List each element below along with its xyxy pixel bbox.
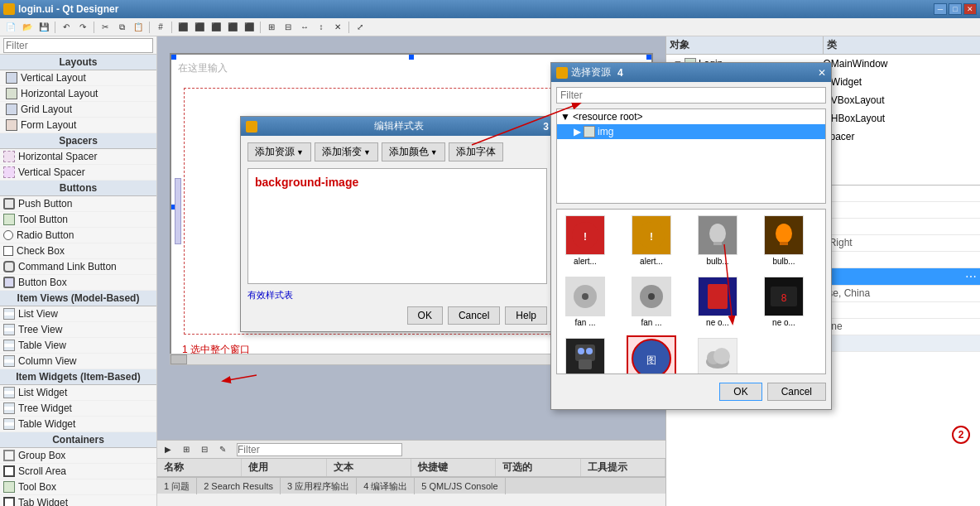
widget-item-v-spacer[interactable]: Vertical Spacer [0, 165, 156, 181]
close-button[interactable]: ✕ [963, 3, 977, 15]
style-ok-btn[interactable]: OK [407, 306, 443, 325]
resource-item-9[interactable]: 图 xiao... [627, 335, 676, 374]
add-gradient-btn[interactable]: 添加渐变 ▼ [315, 142, 378, 161]
cut-button[interactable]: ✂ [98, 20, 113, 35]
style-dialog-body: 添加资源 ▼ 添加渐变 ▼ 添加颜色 ▼ 添加字体 background-ima… [241, 136, 554, 331]
resource-selector-dialog[interactable]: 选择资源 4 ✕ ▼ <resource root> ▶ img [550, 62, 832, 410]
widget-item-button-box[interactable]: Button Box [0, 275, 156, 291]
tab-search-results[interactable]: 2 Search Results [197, 478, 281, 494]
break-layout-button[interactable]: ✕ [330, 20, 345, 35]
resource-item-7[interactable]: 8 ne o... [759, 274, 809, 332]
tab-problems[interactable]: 1 问题 [157, 478, 197, 494]
resource-item-4[interactable]: fan ... [560, 274, 610, 332]
widget-item-list-widget[interactable]: List Widget [0, 385, 156, 401]
align-top-button[interactable]: ⬛ [225, 20, 240, 35]
widget-item-grid-layout[interactable]: Grid Layout [0, 102, 156, 118]
resource-item-2[interactable]: bulb... [693, 213, 742, 271]
style-editor-dialog[interactable]: 编辑样式表 3 添加资源 ▼ 添加渐变 ▼ 添加颜色 ▼ 添加字体 [240, 116, 555, 332]
action-button-4[interactable]: ✎ [215, 442, 230, 457]
new-button[interactable]: 📄 [3, 20, 18, 35]
tool-box-icon [3, 481, 15, 493]
tab-qml-console[interactable]: 5 QML/JS Console [415, 478, 505, 494]
widget-item-horizontal-layout[interactable]: Horizontal Layout [0, 86, 156, 102]
widget-item-command-link[interactable]: Command Link Button [0, 259, 156, 275]
resource-close-btn[interactable]: ✕ [818, 67, 826, 79]
save-button[interactable]: 💾 [36, 20, 51, 35]
widget-item-tool-box[interactable]: Tool Box [0, 479, 156, 495]
action-button-2[interactable]: ⊞ [179, 442, 194, 457]
widget-item-tree-widget[interactable]: Tree Widget [0, 401, 156, 417]
widget-item-table-widget[interactable]: Table Widget [0, 417, 156, 432]
resource-tree-img[interactable]: ▶ img [557, 124, 825, 139]
widget-item-table-view[interactable]: Table View [0, 338, 156, 354]
window-controls[interactable]: ─ □ ✕ [934, 3, 977, 15]
resource-item-10[interactable]: yunj... [693, 335, 742, 374]
scrollbar-thumb[interactable] [171, 354, 187, 364]
maximize-button[interactable]: □ [949, 3, 962, 15]
tab-compile-output[interactable]: 4 编译输出 [357, 478, 415, 494]
undo-button[interactable]: ↶ [59, 20, 74, 35]
widget-item-column-view[interactable]: Column View [0, 354, 156, 369]
v-layout-button[interactable]: ↕ [314, 20, 329, 35]
resource-item-0[interactable]: ! alert... [560, 213, 610, 271]
paste-button[interactable]: 📋 [131, 20, 146, 35]
resource-tree-root[interactable]: ▼ <resource root> [557, 109, 825, 124]
copy-button[interactable]: ⧉ [114, 20, 129, 35]
widget-item-tree-view[interactable]: Tree View [0, 322, 156, 338]
action-button-3[interactable]: ⊟ [197, 442, 212, 457]
resource-item-1[interactable]: ! alert... [627, 213, 676, 271]
widget-item-vertical-layout[interactable]: Vertical Layout [0, 70, 156, 86]
resource-cancel-btn[interactable]: Cancel [767, 383, 826, 401]
bottom-filter-input[interactable] [237, 443, 402, 456]
minimize-button[interactable]: ─ [934, 3, 947, 15]
action-button-1[interactable]: ▶ [161, 442, 175, 457]
h-layout-button[interactable]: ↔ [297, 20, 312, 35]
adjust-size-button[interactable]: ⤢ [353, 20, 368, 35]
category-layouts[interactable]: Layouts [0, 55, 156, 70]
widget-item-tool-button[interactable]: Tool Button [0, 212, 156, 228]
redo-button[interactable]: ↷ [75, 20, 90, 35]
widget-item-tab-widget[interactable]: Tab Widget [0, 495, 156, 506]
widget-item-push-button[interactable]: Push Button [0, 196, 156, 212]
widget-item-group-box[interactable]: Group Box [0, 448, 156, 464]
open-button[interactable]: 📂 [20, 20, 35, 35]
align-bottom-button[interactable]: ⬛ [242, 20, 257, 35]
col-shortcut: 快捷键 [411, 459, 496, 476]
style-cancel-btn[interactable]: Cancel [448, 306, 500, 325]
add-color-btn[interactable]: 添加颜色 ▼ [382, 142, 445, 161]
resource-ok-btn[interactable]: OK [719, 383, 761, 401]
resource-grid: ! alert... ! alert... bulb... [556, 209, 826, 374]
resource-item-8[interactable]: sh l... [560, 335, 610, 374]
resource-filter-input[interactable] [556, 87, 826, 104]
category-containers[interactable]: Containers [0, 432, 156, 448]
style-content-area[interactable]: background-image [247, 168, 547, 284]
add-resource-btn[interactable]: 添加资源 ▼ [247, 142, 311, 161]
tree-widget-label: Tree Widget [18, 402, 72, 414]
category-item-widgets[interactable]: Item Widgets (Item-Based) [0, 369, 156, 385]
style-help-btn[interactable]: Help [505, 306, 547, 325]
stylesheet-edit-btn[interactable]: ⋯ [965, 270, 977, 283]
resource-item-6[interactable]: ne o... [693, 274, 742, 332]
category-buttons[interactable]: Buttons [0, 181, 156, 196]
category-item-views[interactable]: Item Views (Model-Based) [0, 291, 156, 306]
resource-item-5[interactable]: fan ... [627, 274, 676, 332]
tab-app-output[interactable]: 3 应用程序输出 [281, 478, 357, 494]
grid-button[interactable]: # [153, 20, 168, 35]
separator-1 [55, 22, 55, 33]
form-layout-button[interactable]: ⊞ [264, 20, 279, 35]
widget-item-scroll-area[interactable]: Scroll Area [0, 464, 156, 479]
grid-layout-button[interactable]: ⊟ [281, 20, 295, 35]
align-right-button[interactable]: ⬛ [209, 20, 223, 35]
widget-item-check-box[interactable]: Check Box [0, 243, 156, 259]
widget-item-radio-button[interactable]: Radio Button [0, 228, 156, 243]
widget-item-h-spacer[interactable]: Horizontal Spacer [0, 149, 156, 165]
category-spacers[interactable]: Spacers [0, 133, 156, 149]
list-widget-icon [3, 387, 15, 398]
widget-filter-input[interactable] [3, 38, 153, 53]
widget-item-list-view[interactable]: List View [0, 306, 156, 322]
add-font-btn[interactable]: 添加字体 [449, 142, 503, 161]
resource-item-3[interactable]: bulb... [759, 213, 809, 271]
align-left-button[interactable]: ⬛ [175, 20, 190, 35]
align-center-button[interactable]: ⬛ [192, 20, 207, 35]
widget-item-form-layout[interactable]: Form Layout [0, 118, 156, 133]
